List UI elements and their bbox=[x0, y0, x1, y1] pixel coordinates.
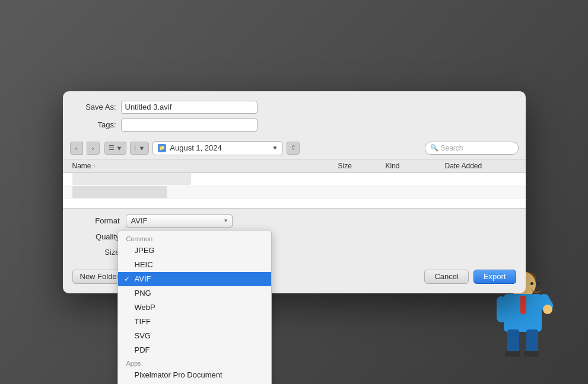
toolbar: ‹ › ☰ ▼ ⁝ ▼ 📁 August 1, 2024 ▼ ⇧ 🔍 Searc… bbox=[63, 137, 526, 159]
footer-buttons: Cancel Export bbox=[424, 270, 516, 284]
mascot-foot-left bbox=[505, 351, 520, 357]
format-select-arrow: ▼ bbox=[224, 218, 228, 223]
folder-icon: 📁 bbox=[158, 144, 166, 152]
format-dropdown: Common JPEG HEIC ✓ AVIF PNG WebP TIFF SV… bbox=[117, 230, 272, 385]
format-value: AVIF bbox=[131, 216, 148, 225]
mascot-foot-right bbox=[524, 351, 539, 357]
dropdown-item-pixelmator[interactable]: Pixelmator Pro Document bbox=[118, 368, 271, 382]
tags-row: Tags: bbox=[75, 119, 514, 132]
mascot-leg-left bbox=[507, 329, 519, 353]
format-label: Format bbox=[72, 216, 120, 225]
dropdown-item-tiff[interactable]: TIFF bbox=[118, 315, 271, 329]
column-name[interactable]: Name ↑ bbox=[72, 162, 338, 170]
dropdown-item-label: AVIF bbox=[135, 274, 151, 283]
dropdown-item-label: JPEG bbox=[135, 246, 155, 255]
dropdown-item-png[interactable]: PNG bbox=[118, 286, 271, 300]
save-as-row: Save As: bbox=[75, 101, 514, 114]
list-view-chevron: ▼ bbox=[116, 145, 123, 152]
location-label: August 1, 2024 bbox=[170, 143, 221, 152]
search-icon: 🔍 bbox=[430, 144, 438, 152]
sort-arrow: ↑ bbox=[93, 163, 96, 169]
tags-label: Tags: bbox=[75, 120, 116, 129]
quality-label: Quality bbox=[72, 232, 120, 241]
grid-view-chevron: ▼ bbox=[138, 145, 145, 152]
options-area: Format AVIF ▼ Quality Size ▼ Common JPEG bbox=[63, 209, 526, 265]
format-select[interactable]: AVIF ▼ bbox=[126, 215, 233, 228]
save-as-input[interactable] bbox=[121, 101, 258, 114]
mascot-eye-left bbox=[530, 282, 533, 285]
file-list-body bbox=[63, 173, 526, 209]
dropdown-item-label: Pixelmator Pro Document bbox=[135, 370, 223, 379]
dropdown-item-svg[interactable]: SVG bbox=[118, 329, 271, 343]
dropdown-item-label: PDF bbox=[135, 345, 150, 354]
dialog-header: Save As: Tags: bbox=[63, 91, 526, 137]
grid-icon: ⁝ bbox=[134, 144, 136, 152]
mascot-arm-left bbox=[497, 296, 506, 322]
dropdown-item-label: PNG bbox=[135, 289, 151, 297]
mascot-smile bbox=[531, 288, 542, 293]
tags-input[interactable] bbox=[121, 119, 258, 132]
dropdown-item-label: TIFF bbox=[135, 317, 151, 326]
dropdown-item-label: HEIC bbox=[135, 260, 153, 269]
list-view-button[interactable]: ☰ ▼ bbox=[104, 142, 127, 155]
dropdown-item-label: WebP bbox=[135, 303, 155, 312]
mascot-eye-right bbox=[537, 282, 540, 285]
dropdown-item-label: SVG bbox=[135, 331, 151, 340]
size-label: Size bbox=[72, 248, 120, 257]
column-size[interactable]: Size bbox=[338, 162, 386, 170]
dropdown-item-heic[interactable]: HEIC bbox=[118, 258, 271, 272]
up-button[interactable]: ⇧ bbox=[287, 142, 300, 155]
dropdown-item-avif[interactable]: ✓ AVIF bbox=[118, 272, 271, 286]
grid-view-button[interactable]: ⁝ ▼ bbox=[130, 142, 149, 155]
dropdown-section-common: Common bbox=[118, 233, 271, 244]
search-box[interactable]: 🔍 Search bbox=[425, 142, 519, 155]
mascot-tie bbox=[520, 296, 526, 314]
cancel-button[interactable]: Cancel bbox=[424, 270, 468, 284]
mascot-leg-right bbox=[526, 329, 538, 353]
export-button[interactable]: Export bbox=[473, 270, 516, 284]
check-icon: ✓ bbox=[124, 275, 130, 283]
forward-button[interactable]: › bbox=[87, 142, 100, 155]
dropdown-item-pdf[interactable]: PDF bbox=[118, 343, 271, 357]
column-kind[interactable]: Kind bbox=[386, 162, 445, 170]
save-dialog: Save As: Tags: ‹ › ☰ ▼ ⁝ ▼ 📁 August 1, 2… bbox=[63, 91, 526, 293]
save-as-label: Save As: bbox=[75, 103, 116, 111]
location-dropdown-icon: ▼ bbox=[272, 145, 278, 151]
back-button[interactable]: ‹ bbox=[70, 142, 83, 155]
mascot-hand-right bbox=[543, 305, 552, 314]
dropdown-item-jpeg[interactable]: JPEG bbox=[118, 244, 271, 258]
search-placeholder: Search bbox=[441, 144, 463, 152]
dropdown-item-photoshop[interactable]: Photoshop Document bbox=[118, 382, 271, 385]
format-row: Format AVIF ▼ bbox=[72, 215, 516, 228]
list-icon: ☰ bbox=[109, 144, 115, 152]
dropdown-section-apps: Apps bbox=[118, 357, 271, 368]
dropdown-item-webp[interactable]: WebP bbox=[118, 300, 271, 315]
location-selector[interactable]: 📁 August 1, 2024 ▼ bbox=[152, 141, 283, 155]
table-row[interactable] bbox=[63, 186, 526, 199]
column-date-added[interactable]: Date Added bbox=[445, 162, 516, 170]
